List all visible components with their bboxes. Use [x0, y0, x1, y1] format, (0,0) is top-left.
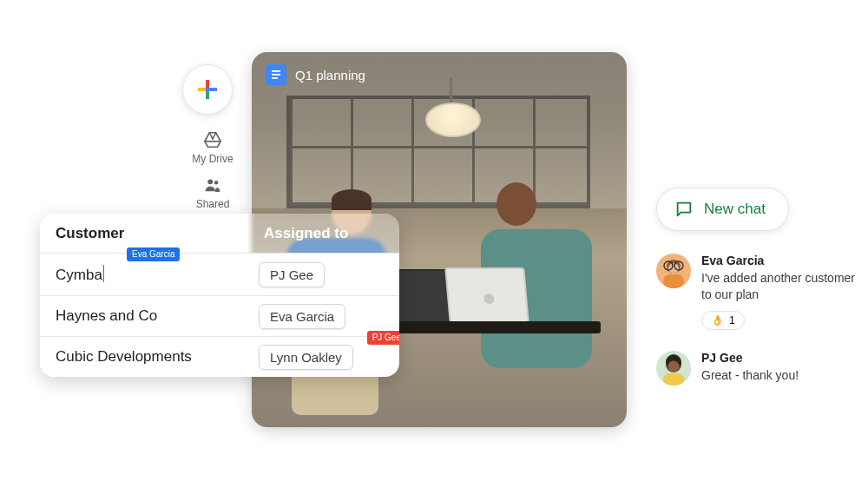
- reaction-emoji: 👌: [711, 314, 724, 326]
- svg-rect-12: [663, 274, 684, 288]
- reaction-chip[interactable]: 👌 1: [701, 311, 745, 330]
- plus-icon: [196, 78, 219, 101]
- text-caret: [103, 265, 104, 282]
- chat-icon: [674, 200, 694, 219]
- assigned-cell[interactable]: PJ Gee: [248, 254, 399, 295]
- sidebar-item-label: Shared: [196, 198, 230, 210]
- chat-message: PJ Gee Great - thank you!: [656, 351, 799, 386]
- sidebar-item-shared[interactable]: Shared: [187, 175, 239, 210]
- table-row: Haynes and Co Eva Garcia: [40, 295, 399, 336]
- table-row: Cymba Eva Garcia PJ Gee: [40, 253, 399, 295]
- people-icon: [203, 175, 222, 195]
- customer-cell-text: Cymba: [56, 267, 102, 283]
- assigned-cell[interactable]: Lynn Oakley PJ Gee: [248, 337, 399, 377]
- message-author: PJ Gee: [701, 351, 799, 365]
- svg-rect-2: [198, 88, 206, 91]
- sidebar-item-my-drive[interactable]: My Drive: [187, 130, 239, 165]
- svg-point-5: [207, 179, 213, 184]
- customer-cell[interactable]: Cubic Developments: [40, 337, 248, 377]
- chat-message: Eva Garcia I've added another customer t…: [656, 254, 858, 330]
- svg-point-20: [668, 361, 680, 373]
- avatar[interactable]: [656, 351, 691, 386]
- svg-rect-0: [206, 80, 209, 88]
- message-author: Eva Garcia: [701, 254, 858, 267]
- svg-rect-3: [209, 88, 217, 91]
- assignee-chip[interactable]: Lynn Oakley: [259, 345, 353, 370]
- new-chat-label: New chat: [704, 201, 766, 218]
- attached-document-title: Q1 planning: [295, 68, 365, 82]
- table-header-row: Customer Assigned to: [40, 214, 399, 253]
- svg-rect-4: [206, 88, 209, 91]
- message-text: Great - thank you!: [701, 367, 799, 384]
- reaction-count: 1: [729, 314, 735, 326]
- svg-rect-1: [206, 91, 209, 99]
- assignee-chip[interactable]: PJ Gee: [259, 262, 325, 287]
- svg-rect-18: [663, 373, 684, 386]
- svg-rect-8: [272, 74, 280, 76]
- table-row: Cubic Developments Lynn Oakley PJ Gee: [40, 336, 399, 377]
- assignee-chip[interactable]: Eva Garcia: [259, 304, 345, 329]
- column-header-assigned[interactable]: Assigned to: [248, 214, 399, 253]
- svg-rect-7: [272, 70, 280, 72]
- collaborator-cursor-flag: Eva Garcia: [127, 247, 180, 261]
- drive-new-button[interactable]: [182, 64, 233, 115]
- new-chat-button[interactable]: New chat: [656, 188, 789, 231]
- docs-icon: [266, 64, 286, 85]
- avatar[interactable]: [656, 254, 691, 288]
- svg-point-6: [214, 181, 218, 184]
- customer-cell[interactable]: Haynes and Co: [40, 296, 248, 336]
- collaborator-cursor-flag: PJ Gee: [367, 331, 399, 345]
- svg-rect-9: [272, 77, 278, 79]
- attached-document-chip[interactable]: Q1 planning: [266, 64, 365, 85]
- message-text: I've added another customer to our plan: [701, 270, 858, 303]
- customer-cell[interactable]: Cymba Eva Garcia: [40, 254, 248, 295]
- drive-icon: [203, 130, 222, 149]
- customers-table: Customer Assigned to Cymba Eva Garcia PJ…: [40, 214, 399, 377]
- svg-point-13: [668, 263, 679, 274]
- sidebar-item-label: My Drive: [192, 153, 233, 165]
